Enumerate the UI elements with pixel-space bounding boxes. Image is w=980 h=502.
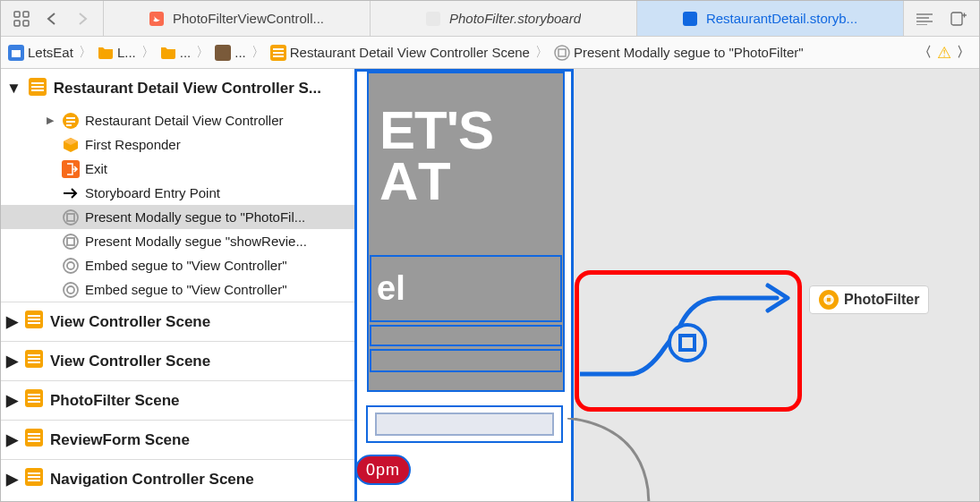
- disclosure-right-icon[interactable]: ▶: [6, 312, 18, 331]
- view-controller-preview[interactable]: ET'SAT el 0pm: [354, 69, 574, 502]
- disclosure-right-icon[interactable]: ▶: [6, 352, 18, 370]
- back-button[interactable]: [38, 7, 65, 30]
- bc-label: Restaurant Detail View Controller Scene: [290, 45, 530, 60]
- tab-photofilter-storyboard[interactable]: PhotoFilter.storyboard: [370, 1, 636, 36]
- svg-rect-18: [215, 45, 231, 61]
- tree-item-entrypoint[interactable]: Storyboard Entry Point: [1, 181, 354, 205]
- svg-rect-44: [28, 319, 40, 320]
- scene-label: PhotoFilter Scene: [50, 392, 180, 410]
- tree-label: Present Modally segue "showRevie...: [85, 234, 307, 249]
- svg-rect-20: [273, 48, 284, 50]
- disclosure-right-icon[interactable]: ▶: [6, 391, 18, 410]
- tab-restaurantdetail-storyboard[interactable]: RestaurantDetail.storyb...: [636, 1, 903, 36]
- label-row[interactable]: [370, 349, 562, 372]
- svg-rect-4: [149, 12, 164, 26]
- exit-icon: [62, 160, 80, 178]
- svg-rect-56: [28, 437, 40, 438]
- svg-rect-53: [28, 401, 40, 403]
- scene-header[interactable]: ▶ PhotoFilter Scene: [1, 380, 354, 420]
- viewcontroller-icon: [819, 290, 839, 310]
- embedded-view[interactable]: [375, 413, 554, 436]
- scene-label: Restaurant Detail View Controller S...: [54, 80, 321, 98]
- svg-rect-7: [686, 15, 695, 17]
- tab-label: PhotoFilterViewControll...: [173, 11, 324, 26]
- scene-header[interactable]: ▶ View Controller Scene: [1, 341, 354, 380]
- disclosure-right-icon[interactable]: ▶: [44, 115, 56, 126]
- chevron-right-icon: 〉: [533, 44, 550, 61]
- embed-segue-icon: [62, 257, 80, 275]
- bc-storyboard[interactable]: ...: [213, 45, 248, 61]
- svg-rect-48: [28, 358, 40, 360]
- swift-file-icon: [149, 11, 166, 27]
- svg-rect-35: [67, 214, 74, 221]
- scene-icon: [25, 389, 43, 412]
- chevron-right-icon: 〉: [250, 44, 267, 61]
- disclosure-down-icon[interactable]: ▼: [6, 80, 21, 98]
- svg-rect-17: [12, 50, 21, 57]
- segue-arrow[interactable]: [580, 280, 791, 379]
- scene-header[interactable]: ▶ ReviewForm Scene: [1, 420, 354, 459]
- svg-rect-13: [951, 13, 962, 25]
- nav-buttons: [1, 1, 103, 36]
- tree-item-exit[interactable]: Exit: [1, 157, 354, 181]
- tree-label: First Responder: [85, 137, 181, 152]
- tree-item-embed-segue[interactable]: Embed segue to "View Controller": [1, 253, 354, 277]
- svg-rect-24: [558, 49, 566, 56]
- label-row[interactable]: el: [370, 255, 562, 322]
- forward-button[interactable]: [69, 7, 96, 30]
- bc-folder[interactable]: L...: [96, 45, 138, 61]
- svg-point-62: [669, 325, 705, 361]
- disclosure-right-icon[interactable]: ▶: [6, 430, 18, 449]
- storyboard-canvas[interactable]: ET'SAT el 0pm PhotoFilter: [354, 69, 979, 502]
- container-view[interactable]: [366, 405, 563, 443]
- bc-scene[interactable]: Restaurant Detail View Controller Scene: [268, 45, 532, 61]
- add-editor-icon[interactable]: [945, 7, 972, 30]
- tree-item-segue-showreview[interactable]: Present Modally segue "showRevie...: [1, 229, 354, 253]
- bc-label: Present Modally segue to "PhotoFilter": [574, 45, 804, 60]
- tree-item-firstresponder[interactable]: First Responder: [1, 132, 354, 157]
- svg-rect-0: [14, 12, 20, 17]
- scene-header[interactable]: ▶ Navigation Controller Scene: [1, 459, 354, 498]
- bc-segue[interactable]: Present Modally segue to "PhotoFilter": [552, 45, 805, 61]
- tree-item-vc[interactable]: ▶ Restaurant Detail View Controller: [1, 108, 354, 132]
- editor-options-icon[interactable]: [911, 7, 938, 30]
- bc-label: LetsEat: [28, 45, 73, 60]
- scene-name-label: PhotoFilter: [844, 292, 919, 308]
- tree-label: Restaurant Detail View Controller: [85, 113, 284, 128]
- tree-item-embed-segue[interactable]: Embed segue to "View Controller": [1, 277, 354, 302]
- time-pill-button[interactable]: 0pm: [355, 455, 411, 485]
- bc-folder[interactable]: ...: [158, 45, 193, 61]
- prev-issue-button[interactable]: 〈: [915, 44, 935, 61]
- warning-icon[interactable]: ⚠︎: [937, 43, 951, 63]
- scene-icon: [25, 468, 43, 490]
- segue-curve: [567, 418, 666, 502]
- chevron-right-icon: 〉: [194, 44, 211, 61]
- svg-rect-43: [28, 315, 40, 317]
- viewcontroller-icon: [62, 112, 80, 130]
- folder-icon: [98, 45, 114, 61]
- svg-rect-51: [28, 394, 40, 396]
- svg-rect-37: [67, 238, 74, 245]
- svg-rect-45: [28, 322, 40, 324]
- tree-label: Embed segue to "View Controller": [85, 258, 287, 273]
- scene-header[interactable]: ▼ Restaurant Detail View Controller S...: [1, 69, 354, 108]
- svg-rect-30: [66, 117, 75, 119]
- tab-right-controls: [903, 1, 979, 36]
- scene-minimap-label[interactable]: PhotoFilter: [809, 285, 929, 314]
- tree-label: Storyboard Entry Point: [85, 185, 220, 200]
- storyboard-file-icon: [683, 11, 699, 27]
- bc-project[interactable]: LetsEat: [6, 45, 75, 61]
- svg-point-38: [64, 259, 78, 273]
- scene-label: View Controller Scene: [50, 353, 210, 370]
- label-row[interactable]: [370, 325, 562, 346]
- tab-label: PhotoFilter.storyboard: [449, 11, 581, 26]
- svg-rect-26: [31, 82, 44, 84]
- disclosure-right-icon[interactable]: ▶: [6, 470, 18, 489]
- svg-rect-32: [66, 124, 72, 126]
- related-items-icon[interactable]: [8, 7, 35, 30]
- tab-photofilter-vc[interactable]: PhotoFilterViewControll...: [103, 1, 370, 36]
- tree-item-segue-photofilter[interactable]: Present Modally segue to "PhotoFil...: [1, 205, 354, 229]
- next-issue-button[interactable]: 〉: [953, 44, 974, 61]
- arrow-right-icon: [62, 184, 80, 202]
- scene-header[interactable]: ▶ View Controller Scene: [1, 302, 354, 341]
